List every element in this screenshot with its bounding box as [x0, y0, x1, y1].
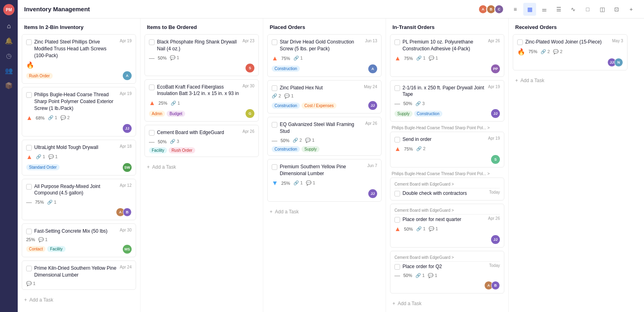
task-card[interactable]: UltraLight Mold Tough Drywall Apr 18 ▲ 🔗… — [22, 140, 136, 176]
doc-view-btn[interactable]: ◫ — [596, 3, 609, 16]
task-checkbox[interactable] — [394, 85, 400, 91]
add-task-btn[interactable]: + Add a Task — [513, 74, 627, 87]
task-card[interactable]: Prime Kiln-Dried Southern Yellow Pine Di… — [22, 260, 136, 290]
add-label: Add a Task — [152, 164, 176, 170]
task-card[interactable]: Cement Board with EdgeGuard > Place orde… — [390, 204, 504, 248]
task-card[interactable]: Zinc Plated Steel Phillips Drive Modifie… — [22, 34, 136, 84]
add-view-btn[interactable]: + — [625, 3, 638, 16]
parent-link[interactable]: Philips Bugle-Head Coarse Thread Sharp P… — [390, 171, 504, 178]
task-card[interactable]: Zinc Plated Hex Nut May 24 🔗 2 💬 1 Const… — [267, 80, 382, 114]
task-links: 🔗 1 — [171, 101, 180, 106]
task-date: Apr 23 — [243, 39, 254, 43]
task-card[interactable]: Philips Bugle-Head Coarse Thread Sharp P… — [22, 87, 136, 136]
task-card[interactable]: Black Phosphate Ring Shank Drywall Nail … — [144, 34, 259, 76]
task-comments: 💬 1 — [170, 55, 179, 60]
task-date: Apr 18 — [120, 144, 132, 149]
priority-icon: 🔥 — [26, 61, 34, 69]
task-card[interactable]: Cement Board with EdgeGuard > Place orde… — [390, 251, 504, 294]
avatar: JJ — [368, 101, 377, 110]
task-checkbox[interactable] — [394, 264, 400, 270]
task-title: Cement Board with EdgeGuard — [157, 129, 240, 136]
sidebar-home-icon[interactable]: ⌂ — [7, 23, 11, 30]
task-progress: 75% — [528, 49, 537, 54]
task-checkbox[interactable] — [272, 85, 277, 91]
avatar: N — [614, 58, 623, 67]
task-comments: 💬 1 — [305, 138, 314, 143]
topbar-avatar[interactable]: C — [494, 4, 504, 14]
column-body-items-in-2bin: Zinc Plated Steel Phillips Drive Modifie… — [18, 34, 140, 312]
task-date: Jun 13 — [365, 39, 377, 43]
task-links: 🔗 1 — [416, 56, 425, 61]
priority-icon: — — [394, 272, 400, 279]
task-tags: Construction Supply — [272, 146, 320, 152]
board-view-btn[interactable]: ▦ — [523, 3, 536, 16]
task-card[interactable]: Cement Board with EdgeGuard > Double che… — [390, 178, 504, 200]
task-links: 🔗 1 — [293, 56, 303, 61]
table-view-btn[interactable]: ☰ — [552, 3, 565, 16]
add-icon: + — [24, 297, 27, 303]
task-progress: 25% — [281, 181, 290, 186]
task-title: UltraLight Mold Tough Drywall — [34, 144, 118, 151]
task-checkbox[interactable] — [517, 39, 523, 45]
task-checkbox[interactable] — [394, 191, 400, 196]
task-card[interactable]: Fast-Setting Concrete Mix (50 lbs) Apr 3… — [22, 223, 136, 257]
task-checkbox[interactable] — [26, 39, 32, 45]
priority-icon: ▲ — [26, 153, 33, 161]
column-placed-orders: Placed Orders Star Drive Head Gold Const… — [263, 19, 386, 312]
task-checkbox[interactable] — [272, 39, 277, 45]
task-card[interactable]: Send in order Apr 19 ▲ 75% 🔗 2 S — [390, 132, 504, 167]
task-card[interactable]: Star Drive Head Gold Construction Screw … — [267, 34, 382, 77]
add-task-btn[interactable]: + Add a Task — [390, 298, 504, 310]
task-links: 🔗 2 — [272, 93, 281, 99]
task-checkbox[interactable] — [394, 137, 400, 143]
add-task-btn[interactable]: + Add a Task — [144, 161, 259, 173]
column-body-items-to-order: Black Phosphate Ring Shank Drywall Nail … — [140, 34, 263, 312]
calendar-view-btn[interactable]: □ — [581, 3, 594, 16]
sidebar-clock-icon[interactable]: ◷ — [6, 52, 12, 60]
task-checkbox[interactable] — [26, 184, 32, 190]
task-checkbox[interactable] — [272, 122, 277, 128]
task-checkbox[interactable] — [149, 130, 155, 136]
list-view-btn[interactable]: ≡ — [509, 3, 522, 16]
task-card[interactable]: Premium Southern Yellow Pine Dimensional… — [267, 159, 382, 202]
task-card[interactable]: Zinc-Plated Wood Joiner (15-Piece) May 3… — [513, 34, 627, 70]
task-checkbox[interactable] — [26, 145, 32, 151]
add-task-btn[interactable]: + Add a Task — [267, 206, 382, 218]
task-card[interactable]: Cement Board with EdgeGuard Apr 26 — 50%… — [144, 125, 259, 157]
task-card[interactable]: EQ Galvanized Steel Wall Framing Stud Ap… — [267, 117, 382, 156]
task-checkbox[interactable] — [26, 92, 32, 98]
task-checkbox[interactable] — [26, 229, 32, 234]
task-tags: Construction Cost / Expenses — [272, 103, 336, 109]
more-view-btn[interactable]: ⊡ — [610, 3, 623, 16]
sidebar-box-icon[interactable]: 📦 — [5, 82, 13, 89]
task-date: Apr 24 — [120, 265, 132, 269]
task-card[interactable]: PL Premium 10 oz. Polyurethane Construct… — [390, 34, 504, 77]
sidebar-bell-icon[interactable]: 🔔 — [5, 37, 13, 45]
task-checkbox[interactable] — [26, 266, 32, 271]
task-checkbox[interactable] — [394, 39, 400, 45]
task-title: Fast-Setting Concrete Mix (50 lbs) — [34, 228, 118, 235]
task-title: Philips Bugle-Head Coarse Thread Sharp P… — [34, 91, 118, 112]
avatar: SW — [123, 163, 132, 172]
task-checkbox[interactable] — [272, 164, 277, 170]
task-progress: 75% — [281, 56, 290, 61]
sidebar: PM ⌂ 🔔 ◷ 👥 📦 — [0, 0, 18, 312]
task-title: Prime Kiln-Dried Southern Yellow Pine Di… — [34, 265, 118, 279]
sidebar-people-icon[interactable]: 👥 — [5, 67, 13, 74]
sidebar-user-avatar[interactable]: PM — [3, 4, 14, 15]
parent-link[interactable]: Philips Bugle-Head Coarse Thread Sharp P… — [390, 125, 504, 132]
task-card[interactable]: 2-1/16 in. x 250 ft. Paper Drywall Joint… — [390, 80, 504, 122]
priority-icon: — — [272, 137, 277, 144]
task-checkbox[interactable] — [394, 217, 400, 223]
gantt-view-btn[interactable]: ⚌ — [538, 3, 551, 16]
task-card[interactable]: All Purpose Ready-Mixed Joint Compound (… — [22, 179, 136, 221]
add-task-btn[interactable]: + Add a Task — [22, 294, 136, 306]
activity-view-btn[interactable]: ∿ — [567, 3, 580, 16]
task-comments: 💬 2 — [60, 115, 70, 120]
priority-icon: — — [149, 55, 155, 61]
task-title: Black Phosphate Ring Shank Drywall Nail … — [157, 39, 240, 52]
task-checkbox[interactable] — [149, 39, 155, 45]
avatar: S — [491, 155, 500, 164]
task-checkbox[interactable] — [149, 85, 155, 90]
task-card[interactable]: EcoBatt Kraft Faced Fiberglass Insulatio… — [144, 79, 259, 122]
